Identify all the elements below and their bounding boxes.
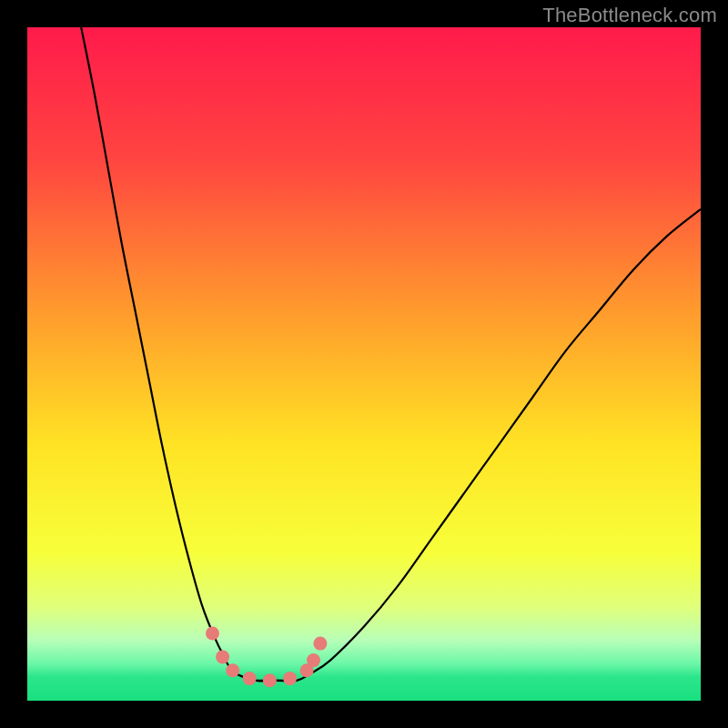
marker-dot xyxy=(243,672,257,685)
chart-frame: TheBottleneck.com xyxy=(0,0,728,728)
marker-dot xyxy=(307,653,320,667)
marker-dot xyxy=(313,637,327,651)
marker-dot xyxy=(216,650,229,663)
curves-layer xyxy=(27,27,701,701)
watermark-text: TheBottleneck.com xyxy=(542,4,717,27)
marker-dot xyxy=(283,672,297,685)
left-curve xyxy=(81,27,297,681)
marker-dot xyxy=(263,673,277,687)
plot-area xyxy=(27,27,701,701)
right-curve xyxy=(257,209,701,682)
marker-dots xyxy=(206,627,327,688)
marker-dot xyxy=(226,663,239,677)
marker-dot xyxy=(206,627,219,641)
